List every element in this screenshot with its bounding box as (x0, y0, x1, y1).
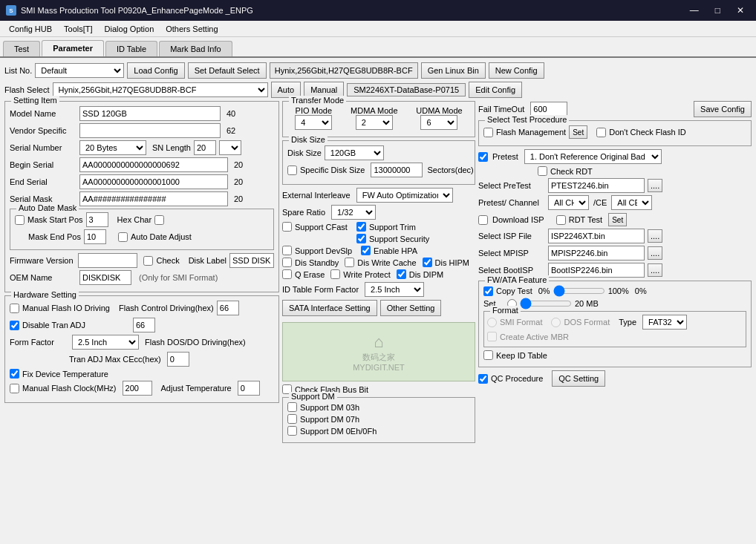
adjust-temp-input[interactable] (238, 381, 260, 396)
gen-linux-bin-button[interactable]: Gen Linux Bin (421, 62, 486, 79)
dos-format-radio[interactable] (551, 318, 561, 327)
fail-timeout-input[interactable] (530, 102, 567, 117)
flash-select-dropdown[interactable]: Hynix,256Gbit,H27QEG8UDB8R-BCF (53, 82, 268, 97)
select-isp-file-input[interactable] (548, 229, 645, 243)
menu-others-setting[interactable]: Others Setting (160, 23, 224, 35)
all-ce-select[interactable]: All CE (611, 195, 652, 210)
form-factor-select[interactable]: 2.5 Inch (72, 335, 139, 350)
check-rdt-checkbox[interactable] (538, 166, 547, 176)
manual-flash-io-checkbox[interactable] (10, 304, 19, 313)
support-cfast-checkbox[interactable] (282, 222, 292, 232)
load-config-button[interactable]: Load Config (127, 62, 184, 79)
model-name-input[interactable] (79, 106, 221, 121)
id-table-form-factor-select[interactable]: 2.5 Inch (365, 282, 424, 297)
restore-button[interactable]: □ (709, 2, 726, 19)
minimize-button[interactable]: — (684, 2, 705, 19)
tran-adj-input[interactable] (167, 352, 189, 367)
mask-start-pos-input[interactable] (86, 212, 108, 227)
tab-parameter[interactable]: Parameter (42, 40, 104, 56)
support-devslp-checkbox[interactable] (282, 246, 292, 255)
pretest-checkbox[interactable] (478, 152, 488, 162)
disable-tran-adj-checkbox[interactable] (10, 321, 19, 330)
sn-length-select[interactable] (219, 140, 241, 155)
flash-management-checkbox[interactable] (483, 128, 493, 137)
dis-dipm-checkbox[interactable] (397, 269, 406, 279)
dis-standby-checkbox[interactable] (282, 258, 292, 267)
fix-device-temp-checkbox[interactable] (10, 369, 19, 378)
qc-setting-button[interactable]: QC Setting (552, 370, 605, 387)
disk-size-select[interactable]: 120GB (325, 145, 384, 160)
specific-disk-size-input[interactable] (371, 163, 423, 177)
select-bootisp-input[interactable] (548, 263, 645, 278)
q-erase-checkbox[interactable] (282, 269, 292, 279)
qc-procedure-checkbox[interactable] (478, 374, 488, 384)
support-dm-03h-checkbox[interactable] (287, 402, 297, 412)
oem-name-input[interactable] (79, 270, 131, 285)
menu-config-hub[interactable]: Config HUB (3, 23, 58, 35)
auto-date-mask-checkbox[interactable] (15, 215, 25, 225)
end-serial-input[interactable] (79, 174, 228, 189)
begin-serial-input[interactable] (79, 157, 228, 172)
auto-date-adjust-checkbox[interactable] (118, 232, 128, 242)
rdt-test-checkbox[interactable] (556, 215, 566, 225)
select-mpisp-input[interactable] (548, 246, 645, 260)
flash-control-input[interactable] (217, 301, 239, 315)
tab-mark-bad-info[interactable]: Mark Bad Info (159, 41, 232, 56)
enable-hpa-checkbox[interactable] (361, 246, 371, 255)
tab-id-table[interactable]: ID Table (105, 41, 157, 56)
udma-mode-select[interactable]: 6 (420, 115, 457, 130)
check-checkbox[interactable] (143, 256, 153, 266)
download-isp-checkbox[interactable] (478, 215, 488, 225)
spare-ratio-select[interactable]: 1/32 (331, 205, 376, 220)
copy-test-checkbox[interactable] (483, 286, 493, 296)
hex-char-checkbox[interactable] (154, 215, 164, 225)
copy-test-slider[interactable] (553, 286, 605, 296)
set-slider[interactable] (520, 298, 572, 309)
mask-end-pos-input[interactable] (84, 229, 106, 244)
manual-flash-clock-input[interactable] (123, 381, 152, 396)
mdma-mode-select[interactable]: 2 (356, 115, 393, 130)
other-setting-button[interactable]: Other Setting (380, 300, 442, 316)
set-button[interactable]: Set (569, 125, 587, 139)
specific-disk-size-checkbox[interactable] (287, 166, 297, 175)
pio-mode-select[interactable]: 4 (295, 115, 332, 130)
all-ch-select[interactable]: All CH (548, 195, 589, 210)
keep-id-table-checkbox[interactable] (483, 350, 493, 360)
browse-btn4[interactable]: .... (648, 263, 662, 277)
list-no-select[interactable]: Default (35, 63, 124, 78)
second-hex-input[interactable] (133, 318, 155, 332)
browse-btn2[interactable]: .... (648, 229, 662, 243)
dis-write-cache-checkbox[interactable] (345, 258, 354, 267)
manual-flash-clock-checkbox[interactable] (10, 384, 19, 393)
menu-tools[interactable]: Tools[T] (58, 23, 99, 35)
set-default-button[interactable]: Set Default Select (188, 62, 267, 79)
sata-interface-setting-button[interactable]: SATA Interface Setting (282, 300, 377, 316)
serial-mask-input[interactable] (79, 191, 228, 206)
smi-format-radio[interactable] (487, 318, 497, 327)
firmware-version-input[interactable] (78, 253, 137, 268)
create-active-mbr-checkbox[interactable] (487, 332, 497, 341)
edit-config-button[interactable]: Edit Config (469, 82, 522, 98)
set-btn2[interactable]: Set (608, 213, 627, 226)
tab-test[interactable]: Test (3, 41, 40, 56)
vendor-specific-input[interactable] (79, 123, 221, 138)
dis-hipm-checkbox[interactable] (423, 258, 432, 267)
serial-number-select[interactable]: 20 Bytes (79, 140, 146, 155)
support-dm-07h-checkbox[interactable] (287, 414, 297, 424)
fat32-select[interactable]: FAT32 (642, 315, 687, 330)
disk-label-input[interactable] (229, 253, 274, 268)
pretest-select[interactable]: 1. Don't Reference Original Bad (524, 149, 662, 164)
browse-btn3[interactable]: .... (648, 246, 662, 260)
external-interleave-select[interactable]: FW Auto Optimization (356, 188, 453, 203)
menu-dialog-option[interactable]: Dialog Option (99, 23, 160, 35)
save-config-button[interactable]: Save Config (694, 101, 752, 117)
support-security-checkbox[interactable] (356, 234, 366, 243)
sn-length-input[interactable] (194, 140, 216, 155)
close-button[interactable]: ✕ (731, 2, 750, 19)
select-pretest-input[interactable] (548, 178, 645, 193)
write-protect-checkbox[interactable] (330, 269, 340, 279)
browse-btn1[interactable]: .... (648, 179, 662, 192)
dont-check-flash-id-checkbox[interactable] (596, 128, 606, 137)
new-config-button[interactable]: New Config (489, 62, 544, 79)
support-dm-0eh-checkbox[interactable] (287, 426, 297, 436)
